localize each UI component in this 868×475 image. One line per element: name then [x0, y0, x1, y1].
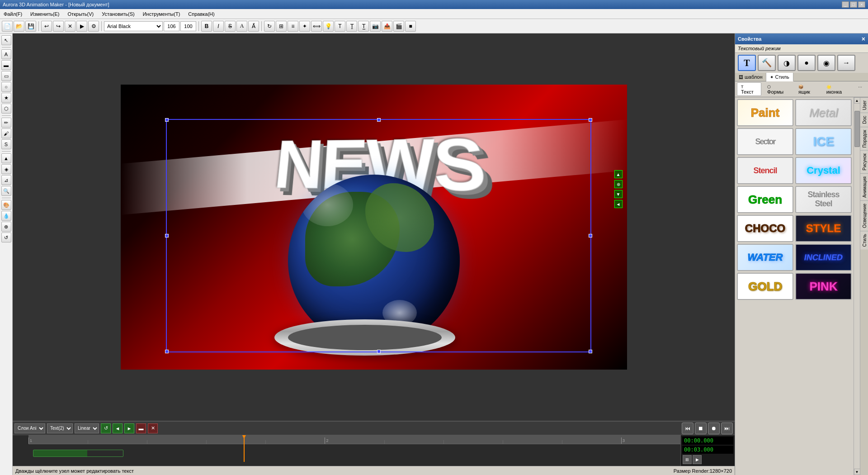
color-tool[interactable]: 🎨 [1, 200, 11, 210]
strikethrough-button[interactable]: S [225, 21, 236, 32]
mode-shape-btn[interactable]: ◑ [778, 55, 796, 71]
select-tool[interactable]: ↖ [1, 35, 11, 45]
mode-arrow-btn[interactable]: → [837, 55, 855, 71]
interpolation-select[interactable]: Linear [75, 423, 99, 433]
circle-tool[interactable]: ○ [1, 82, 11, 92]
new-button[interactable]: 📄 [2, 21, 13, 32]
redo-button[interactable]: ↪ [53, 21, 64, 32]
tab-template[interactable]: 🖼 шаблон [735, 73, 766, 81]
move3d-tool[interactable]: ⊕ [1, 222, 11, 232]
rotate3d-tool[interactable]: ↺ [1, 233, 11, 242]
menu-file[interactable]: Файл(F) [2, 10, 24, 18]
side-tab-style[interactable]: Стиль [860, 231, 868, 249]
side-tab-order[interactable]: Порядок [860, 127, 868, 150]
scroll-up-arrow[interactable]: ▲ [854, 97, 860, 104]
next-keyframe-btn[interactable]: ► [124, 423, 134, 433]
font-scale-input[interactable] [180, 21, 196, 31]
scale-button[interactable]: ⟺ [311, 21, 322, 32]
style-water[interactable]: WATER [737, 244, 793, 271]
undo-button[interactable]: ↩ [41, 21, 52, 32]
bold-button[interactable]: B [201, 21, 212, 32]
delete-button[interactable]: ✕ [65, 21, 75, 32]
save-button[interactable]: 💾 [25, 21, 36, 32]
subtab-shapes[interactable]: ⬡ Формы [763, 82, 793, 96]
close-button[interactable]: × [858, 1, 865, 8]
menu-setup[interactable]: Установить(S) [100, 10, 136, 18]
transport-rewind[interactable]: ⏮ [682, 423, 693, 434]
mode-sphere-btn[interactable]: ● [797, 55, 816, 71]
prev-keyframe-btn[interactable]: ◄ [113, 423, 123, 433]
text-tool[interactable]: A [1, 49, 11, 59]
render-button[interactable]: ▶ [76, 21, 87, 32]
side-tab-doc[interactable]: Doc [860, 113, 868, 127]
style-stainless[interactable]: StainlessSteel [795, 186, 852, 213]
style-choco[interactable]: CHOCO [737, 215, 793, 242]
add-keyframe-btn[interactable]: ↺ [101, 423, 111, 433]
round-rect-tool[interactable]: ▭ [1, 71, 11, 81]
shadow-button[interactable]: A [236, 21, 247, 32]
arrow-select-btn[interactable]: ⊕ [614, 180, 623, 188]
scroll-thumb[interactable] [854, 111, 860, 147]
style-metal[interactable]: Metal [795, 99, 852, 126]
spiro-tool[interactable]: S [1, 139, 11, 149]
tl-bottom-btn1[interactable]: ⊞ [683, 455, 692, 464]
transport-stop[interactable]: ⏹ [695, 423, 707, 434]
text-btn1[interactable]: T [335, 21, 345, 32]
font-name-select[interactable]: Arial Black [104, 21, 163, 31]
style-green[interactable]: Green [737, 186, 793, 213]
maximize-button[interactable]: □ [850, 1, 857, 8]
italic-button[interactable]: I [213, 21, 224, 32]
menu-help[interactable]: Справка(H) [186, 10, 216, 18]
side-tab-drawing[interactable]: Рисунок [860, 150, 868, 173]
export-button[interactable]: 📤 [382, 21, 392, 32]
style-ice[interactable]: ICE [795, 128, 852, 155]
camera-button[interactable]: 📷 [370, 21, 381, 32]
mode-text-btn[interactable]: T [738, 55, 756, 71]
preview-button[interactable]: ⚙ [88, 21, 99, 32]
subtab-extra[interactable]: … [854, 82, 866, 96]
styles-scrollbar[interactable]: ▲ ▼ [854, 97, 860, 475]
side-tab-animation[interactable]: Анимация [860, 173, 868, 200]
poly-tool[interactable]: ⬡ [1, 104, 11, 114]
remove-keyframe-btn[interactable]: ▬ [136, 423, 146, 433]
rotate-button[interactable]: ↻ [264, 21, 275, 32]
bg-button[interactable]: ■ [405, 21, 416, 32]
move-button[interactable]: ✦ [299, 21, 310, 32]
object-select[interactable]: Text(2) [47, 423, 73, 433]
style-inclined[interactable]: INCLINED [795, 244, 852, 271]
style-stylr[interactable]: STYLE [795, 215, 852, 242]
layer-select[interactable]: Слои Ani [14, 423, 45, 433]
minimize-button[interactable]: _ [842, 1, 849, 8]
light-button[interactable]: 💡 [323, 21, 334, 32]
path-tool[interactable]: ⊿ [1, 175, 11, 185]
tab-style[interactable]: ✦ Стиль [766, 73, 793, 81]
side-tab-user[interactable]: User [860, 97, 868, 113]
transform-button[interactable]: ⊞ [276, 21, 287, 32]
style-pink[interactable]: PINK [795, 273, 852, 300]
style-crystal[interactable]: Crystal [795, 157, 852, 184]
style-paint[interactable]: Paint [737, 99, 793, 126]
special-button[interactable]: A̋ [248, 21, 259, 32]
zoom-tool[interactable]: 🔍 [1, 186, 11, 196]
subtab-text[interactable]: T Текст [737, 82, 761, 96]
style-sector[interactable]: Sector [737, 128, 793, 155]
text-btn3[interactable]: T̲ [358, 21, 369, 32]
menu-open[interactable]: Открыть(V) [66, 10, 95, 18]
eyedropper-tool[interactable]: 💧 [1, 211, 11, 221]
arrow-left-btn[interactable]: ◄ [614, 200, 623, 208]
rect-tool[interactable]: ▬ [1, 60, 11, 70]
side-tab-lighting[interactable]: Освещение [860, 200, 868, 231]
brush-tool[interactable]: 🖌 [1, 128, 11, 138]
subtab-box[interactable]: 📦 ящик [794, 82, 821, 96]
scroll-down-arrow[interactable]: ▼ [854, 469, 860, 475]
style-stencil[interactable]: Stencil [737, 157, 793, 184]
style-gold[interactable]: GOLD [737, 273, 793, 300]
pencil-tool[interactable]: ✏ [1, 118, 11, 128]
arrow-down-btn[interactable]: ▼ [614, 190, 623, 198]
extrude-tool[interactable]: ◈ [1, 164, 11, 174]
mode-hammer-btn[interactable]: 🔨 [758, 55, 776, 71]
align-button[interactable]: ≡ [288, 21, 298, 32]
clear-keyframe-btn[interactable]: ✕ [148, 423, 158, 433]
menu-tools[interactable]: Инструменты(T) [141, 10, 182, 18]
shape3d-tool[interactable]: ▲ [1, 153, 11, 163]
